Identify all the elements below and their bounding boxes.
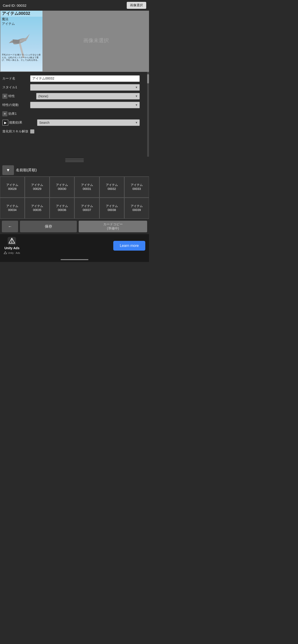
unity-logo-area: Unity Ads Unity · Ads — [4, 237, 20, 254]
back-button[interactable]: ← — [2, 221, 18, 232]
grid-card-00038[interactable]: アイテム00038 — [100, 198, 124, 218]
plus-button-koka1[interactable]: + — [2, 111, 8, 116]
select-nodo-koka[interactable]: Search — [37, 120, 140, 126]
grid-card-00028[interactable]: アイテム00028 — [0, 177, 25, 198]
select-wrapper-nodo: Search ▼ — [37, 120, 140, 126]
sort-dropdown-button[interactable]: ▼ — [2, 165, 14, 175]
form-empty-area — [0, 136, 149, 154]
divider-handle[interactable] — [0, 157, 149, 164]
select-style1[interactable] — [30, 84, 140, 91]
grid-card-00035[interactable]: アイテム00035 — [25, 198, 50, 218]
home-indicator — [0, 257, 149, 262]
form-row-koka1: + 効果1 — [0, 110, 149, 118]
form-row-tokusei: + 特性 (None) ▼ — [0, 92, 149, 100]
card-type1: 魔法 — [1, 17, 43, 22]
divider-line-2 — [65, 160, 84, 161]
label-style1: スタイル1 — [2, 85, 30, 90]
divider-line-1 — [65, 158, 84, 159]
label-tokusei-hatsudo: 特性の発動 — [2, 103, 30, 107]
unity-small-logo: Unity · Ads — [4, 251, 20, 254]
no-image-panel: 画像未選択 — [43, 9, 149, 72]
play-button-nodo[interactable]: ▶ — [2, 120, 8, 126]
input-cardname[interactable] — [30, 75, 140, 82]
scrollbar-thumb[interactable] — [147, 74, 149, 84]
grid-card-00029[interactable]: アイテム00029 — [25, 177, 50, 198]
grid-card-00036[interactable]: アイテム00036 — [50, 198, 74, 218]
form-row-nodo-koka: ▶ 能動効果 Search ▼ — [0, 118, 149, 127]
unity-small-icon — [4, 251, 7, 254]
scrollbar-track[interactable] — [147, 72, 149, 157]
label-cardname: カード名 — [2, 76, 30, 81]
divider-line-3 — [65, 161, 84, 162]
grid-card-00032[interactable]: アイテム00032 — [100, 177, 124, 198]
select-wrapper-style1: ▼ — [30, 84, 140, 91]
label-nodo-koka: 能動効果 — [9, 120, 37, 125]
checkbox-shinkamae[interactable] — [30, 129, 34, 134]
grid-card-00034[interactable]: アイテム00034 — [0, 198, 25, 218]
sort-label: 名前順(昇順) — [16, 168, 37, 173]
form-row-shinkamae: 進化前スキル解放 — [0, 127, 149, 136]
card-title: アイテム00032 — [1, 10, 43, 17]
grid-card-00039[interactable]: アイテム00039 — [124, 198, 149, 218]
divider-lines — [65, 158, 84, 162]
unity-ads-small-text: Unity · Ads — [8, 252, 20, 254]
image-select-button[interactable]: 画像選択 — [127, 2, 146, 9]
unity-logo-icon — [8, 237, 16, 245]
card-grid: アイテム00028 アイテム00029 アイテム00030 アイテム00031 … — [0, 176, 149, 218]
learn-more-button[interactable]: Learn more — [113, 241, 145, 250]
select-tokusei[interactable]: (None) — [36, 93, 140, 100]
svg-marker-5 — [26, 34, 30, 40]
select-hatsudo[interactable] — [30, 102, 140, 108]
form-row-style1: スタイル1 ▼ — [0, 83, 149, 92]
sort-bar: ▼ 名前順(昇順) — [0, 164, 149, 176]
svg-marker-2 — [12, 40, 20, 44]
home-bar — [61, 259, 88, 260]
card-description: 手札のカードを2枚トラッシュするなら使える。山札のモンスターから1枚まで選び、手… — [1, 53, 43, 62]
copy-button[interactable]: カードコピー(準備中) — [79, 221, 147, 232]
grid-card-00037[interactable]: アイテム00037 — [75, 198, 99, 218]
card-type2: アイテム — [1, 22, 43, 27]
card-preview: アイテム00032 魔法 アイテム 手札のカードを2枚トラッシュするなら使える。… — [0, 9, 43, 72]
save-button[interactable]: 保存 — [20, 221, 77, 232]
label-tokusei: 特性 — [8, 94, 36, 98]
grid-card-00033[interactable]: アイテム00033 — [124, 177, 149, 198]
card-id-bar: Card ID: 00032 画像選択 — [0, 0, 149, 11]
form-row-cardname: カード名 — [0, 74, 149, 83]
grid-card-00030[interactable]: アイテム00030 — [50, 177, 74, 198]
svg-marker-4 — [9, 40, 13, 43]
select-wrapper-hatsudo: ▼ — [30, 102, 140, 108]
card-top-section: Card ID: 00032 画像選択 アイテム00032 魔法 アイテム 手札… — [0, 0, 149, 72]
ad-banner: Unity Ads Unity · Ads Learn more — [0, 234, 149, 257]
unity-ads-label: Unity Ads — [5, 246, 20, 250]
bottom-buttons: ← 保存 カードコピー(準備中) — [0, 218, 149, 234]
grid-card-00031[interactable]: アイテム00031 — [75, 177, 99, 198]
no-image-text: 画像未選択 — [83, 37, 109, 44]
label-shinkamae: 進化前スキル解放 — [2, 129, 30, 134]
form-row-tokusei-hatsudo: 特性の発動 ▼ — [0, 100, 149, 110]
card-id-label: Card ID: 00032 — [3, 4, 27, 8]
form-section: カード名 スタイル1 ▼ + 特性 (None) ▼ 特性の発動 ▼ — [0, 72, 149, 157]
select-wrapper-tokusei: (None) ▼ — [36, 93, 140, 100]
plus-button-tokusei[interactable]: + — [2, 94, 8, 99]
label-koka1: 効果1 — [8, 112, 36, 116]
svg-marker-10 — [4, 252, 7, 254]
